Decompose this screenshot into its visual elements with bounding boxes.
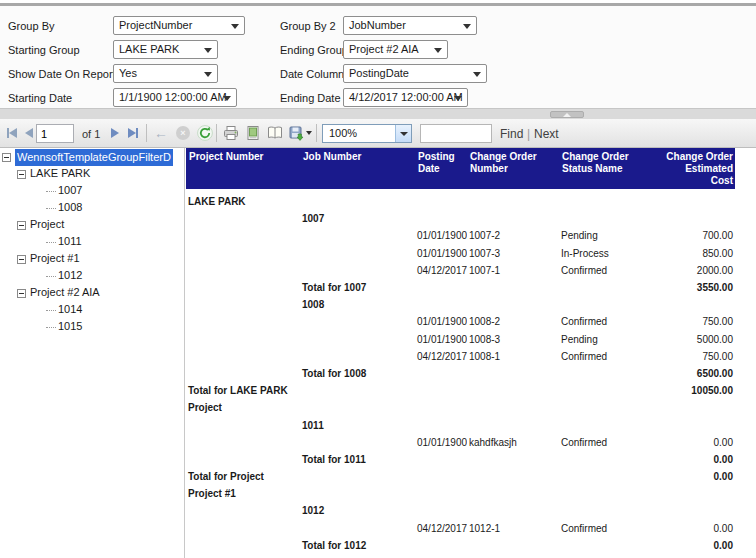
report-row-detail: 04/12/20171008-1Confirmed750.00 xyxy=(186,348,735,365)
last-page-button[interactable] xyxy=(124,124,142,142)
collapse-node-icon[interactable] xyxy=(17,221,26,230)
report-row-total-job: Total for 10073550.00 xyxy=(186,279,735,296)
report-row-job: 1007 xyxy=(186,210,735,227)
report-cell-job: Total for 1012 xyxy=(300,540,415,551)
report-cell-date: 04/12/2017 xyxy=(415,265,467,276)
ending-group-select[interactable]: Project #2 AIA xyxy=(343,40,448,59)
print-button[interactable] xyxy=(222,124,240,142)
current-page-input[interactable] xyxy=(36,124,74,143)
chevron-down-icon xyxy=(434,48,442,53)
report-cell-job: Total for 1007 xyxy=(300,282,415,293)
chevron-down-icon xyxy=(400,132,408,136)
zoom-dropdown-button[interactable] xyxy=(395,125,411,142)
report-row-detail: 01/01/19001007-3In-Process850.00 xyxy=(186,245,735,262)
starting-date-select[interactable]: 1/1/1900 12:00:00 AM xyxy=(113,88,237,107)
report-cell-cost: 6500.00 xyxy=(659,368,735,379)
report-row-project: Project xyxy=(186,399,735,416)
date-column-select[interactable]: PostingDate xyxy=(343,64,487,83)
find-text-input[interactable] xyxy=(420,124,492,143)
export-menu-caret-icon xyxy=(306,131,312,135)
refresh-button[interactable] xyxy=(196,124,214,142)
back-to-parent-button[interactable]: ← xyxy=(152,124,170,142)
tree-connector xyxy=(46,327,56,328)
tree-node-label: 1012 xyxy=(58,269,82,281)
ending-date-select[interactable]: 4/12/2017 12:00:00 AM xyxy=(343,88,468,107)
group-by-2-value: JobNumber xyxy=(349,19,406,31)
report-cell-cost: 850.00 xyxy=(659,248,735,259)
report-cell-cost: 700.00 xyxy=(659,230,735,241)
page-count-label: of 1 xyxy=(82,128,100,140)
tree-node-lake-park[interactable]: LAKE PARK xyxy=(0,165,184,182)
ending-group-value: Project #2 AIA xyxy=(349,43,419,55)
starting-group-select[interactable]: LAKE PARK xyxy=(113,40,218,59)
tree-node-1011[interactable]: 1011 xyxy=(0,233,184,250)
next-page-button[interactable] xyxy=(106,124,124,142)
first-page-button[interactable] xyxy=(3,124,21,142)
page-setup-book-icon xyxy=(267,125,283,141)
report-cell-status: In-Process xyxy=(559,248,659,259)
report-cell-job: Total for 1008 xyxy=(300,368,415,379)
tree-node-1008[interactable]: 1008 xyxy=(0,199,184,216)
report-row-detail: 04/12/20171007-1Confirmed2000.00 xyxy=(186,262,735,279)
report-row-total-job: Total for 10086500.00 xyxy=(186,365,735,382)
report-cell-date: 01/01/1900 xyxy=(415,334,467,345)
ending-date-label: Ending Date xyxy=(280,92,341,104)
show-date-value: Yes xyxy=(119,67,137,79)
column-header-project-number: Project Number xyxy=(186,148,300,189)
collapse-node-icon[interactable] xyxy=(17,170,26,179)
stop-rendering-button[interactable]: × xyxy=(174,124,192,142)
report-cell-date: 01/01/1900 xyxy=(415,248,467,259)
parameter-panel: Group By ProjectNumber Group By 2 JobNum… xyxy=(0,6,756,108)
report-row-total-project: Total for Project0.00 xyxy=(186,468,735,485)
next-page-icon xyxy=(111,128,119,138)
collapse-node-icon[interactable] xyxy=(17,289,26,298)
last-page-icon xyxy=(128,128,136,138)
tree-node-1015[interactable]: 1015 xyxy=(0,318,184,335)
starting-date-label: Starting Date xyxy=(8,92,72,104)
report-cell-cost: 0.00 xyxy=(659,523,735,534)
report-cell-project: Total for Project xyxy=(186,471,300,482)
column-header-change-order-number: Change Order Number xyxy=(467,148,559,189)
group-by-2-select[interactable]: JobNumber xyxy=(343,16,477,35)
tree-node-1012[interactable]: 1012 xyxy=(0,267,184,284)
collapse-parameters-handle[interactable] xyxy=(550,111,584,118)
tree-node-label: LAKE PARK xyxy=(30,167,90,179)
tree-node-label: Project #1 xyxy=(30,252,80,264)
tree-node-1014[interactable]: 1014 xyxy=(0,301,184,318)
tree-node-root[interactable]: WennsoftTemplateGroupFilterD xyxy=(0,148,184,165)
group-by-select[interactable]: ProjectNumber xyxy=(113,16,245,35)
zoom-select[interactable]: 100% xyxy=(322,124,412,143)
tree-node-project-2-aia[interactable]: Project #2 AIA xyxy=(0,284,184,301)
export-button[interactable] xyxy=(288,124,312,142)
report-cell-job: 1007 xyxy=(300,213,415,224)
tree-node-project[interactable]: Project xyxy=(0,216,184,233)
report-cell-status: Pending xyxy=(559,334,659,345)
group-by-value: ProjectNumber xyxy=(119,19,192,31)
report-cell-co: 1007-1 xyxy=(467,265,559,276)
find-next-link[interactable]: Next xyxy=(534,127,559,141)
report-cell-status: Confirmed xyxy=(559,351,659,362)
refresh-icon xyxy=(197,125,213,141)
report-cell-co: kahdfkasjh xyxy=(467,437,559,448)
ending-date-value: 4/12/2017 12:00:00 AM xyxy=(349,91,463,103)
tree-connector xyxy=(46,242,56,243)
tree-node-1007[interactable]: 1007 xyxy=(0,182,184,199)
report-body: LAKE PARK100701/01/19001007-2Pending700.… xyxy=(186,193,735,558)
tree-node-label: 1015 xyxy=(58,320,82,332)
printer-icon xyxy=(223,125,239,141)
find-link[interactable]: Find xyxy=(500,127,523,141)
report-cell-cost: 3550.00 xyxy=(659,282,735,293)
collapse-node-icon[interactable] xyxy=(17,255,26,264)
report-row-detail: 01/01/19001008-3Pending5000.00 xyxy=(186,331,735,348)
print-layout-button[interactable] xyxy=(244,124,262,142)
report-cell-cost: 750.00 xyxy=(659,316,735,327)
collapse-node-icon[interactable] xyxy=(2,153,11,162)
toolbar-separator xyxy=(146,124,147,142)
page-setup-button[interactable] xyxy=(266,124,284,142)
show-date-select[interactable]: Yes xyxy=(113,64,218,83)
group-by-label: Group By xyxy=(8,20,54,32)
tree-node-project-1[interactable]: Project #1 xyxy=(0,250,184,267)
report-viewport: Project Number Job Number Posting Date C… xyxy=(186,148,735,558)
report-cell-date: 01/01/1900 xyxy=(415,437,467,448)
first-page-icon xyxy=(9,128,17,138)
